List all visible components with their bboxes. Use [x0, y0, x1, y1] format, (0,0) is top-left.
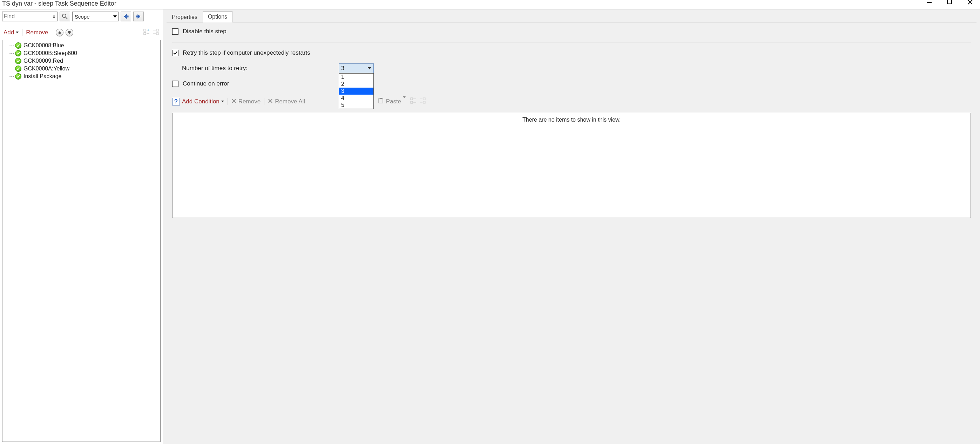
success-icon	[15, 73, 21, 79]
dropdown-option[interactable]: 4	[339, 95, 374, 101]
success-icon	[15, 50, 21, 56]
retry-count-value: 3	[341, 65, 344, 71]
svg-point-0	[62, 14, 66, 17]
svg-rect-15	[423, 101, 425, 103]
chevron-down-icon	[16, 32, 19, 33]
svg-rect-7	[156, 33, 159, 35]
svg-rect-6	[156, 29, 159, 31]
dropdown-option[interactable]: 1	[339, 74, 374, 81]
tab-options[interactable]: Options	[203, 11, 232, 22]
condition-toolbar: ? Add Condition Remove Remove All	[172, 97, 971, 106]
disable-step-label: Disable this step	[183, 28, 226, 35]
scope-dropdown[interactable]: Scope	[72, 11, 119, 21]
separator	[52, 29, 52, 36]
nav-back-button[interactable]	[121, 11, 131, 21]
move-up-button[interactable]	[56, 29, 64, 36]
dropdown-option[interactable]: 5	[339, 101, 374, 109]
svg-rect-11	[380, 98, 382, 99]
remove-button[interactable]: Remove	[26, 29, 48, 36]
expand-tree-icon[interactable]	[143, 29, 150, 36]
find-placeholder: Find	[2, 13, 51, 20]
dropdown-option[interactable]: 2	[339, 81, 374, 87]
help-icon[interactable]: ?	[172, 98, 180, 105]
tree-item[interactable]: GCK00008:Blue	[3, 42, 159, 49]
delete-icon	[231, 98, 236, 105]
chevron-down-icon	[368, 67, 371, 70]
conditions-empty-text: There are no items to show in this view.	[522, 117, 620, 123]
tree-line-icon	[7, 58, 15, 64]
tree-item[interactable]: GCK0000A:Yellow	[3, 65, 159, 73]
titlebar: TS dyn var - sleep Task Sequence Editor	[0, 0, 980, 9]
disable-step-checkbox[interactable]	[172, 29, 178, 35]
tab-bar: Properties Options	[163, 10, 980, 22]
tree-item-label: GCK00009:Red	[24, 58, 63, 64]
retry-checkbox[interactable]	[172, 50, 178, 56]
search-button[interactable]	[60, 11, 70, 21]
remove-condition-button: Remove	[239, 98, 261, 105]
maximize-icon[interactable]	[947, 0, 953, 6]
retry-count-dropdown-list[interactable]: 1 2 3 4 5	[339, 73, 374, 109]
svg-rect-10	[379, 98, 383, 103]
tree-item[interactable]: GCK00009:Red	[3, 57, 159, 65]
success-icon	[15, 58, 21, 64]
window-controls	[927, 0, 978, 6]
divider	[172, 42, 971, 43]
retry-count-label: Number of times to retry:	[182, 65, 248, 72]
separator	[228, 98, 228, 105]
tree-line-icon	[7, 65, 15, 72]
left-panel: Find x Scope Add Remove	[0, 10, 163, 444]
delete-icon	[268, 98, 273, 105]
tree-item-label: Install Package	[24, 73, 62, 79]
paste-icon	[378, 97, 384, 105]
nav-forward-button[interactable]	[133, 11, 144, 21]
svg-rect-13	[410, 101, 413, 103]
svg-line-1	[65, 17, 67, 19]
tree-line-icon	[7, 43, 15, 49]
add-condition-menu[interactable]: Add Condition	[182, 98, 224, 105]
scope-label: Scope	[75, 14, 90, 20]
task-sequence-tree[interactable]: GCK00008:Blue GCK0000B:Sleep600 GCK00009…	[2, 40, 161, 442]
expand-tree-icon	[410, 97, 417, 106]
dropdown-option[interactable]: 3	[339, 87, 374, 95]
tree-line-icon	[7, 73, 15, 79]
continue-on-error-label: Continue on error	[183, 80, 229, 87]
svg-rect-4	[144, 29, 146, 31]
chevron-down-icon	[221, 101, 224, 102]
svg-rect-2	[126, 16, 128, 17]
move-down-button[interactable]	[65, 29, 73, 36]
tree-item[interactable]: GCK0000B:Sleep600	[3, 49, 159, 57]
svg-rect-14	[423, 98, 425, 100]
tree-item-label: GCK0000A:Yellow	[24, 65, 69, 72]
chevron-down-icon	[113, 16, 117, 18]
svg-rect-3	[136, 16, 138, 17]
tree-item[interactable]: Install Package	[3, 73, 159, 80]
paste-menu: Paste	[386, 98, 406, 105]
add-menu[interactable]: Add	[3, 29, 19, 36]
chevron-down-icon	[403, 97, 406, 105]
tree-item-label: GCK00008:Blue	[24, 43, 64, 49]
success-icon	[15, 43, 21, 49]
find-input[interactable]: Find x	[2, 11, 57, 21]
retry-label: Retry this step if computer unexpectedly…	[183, 49, 310, 56]
collapse-tree-icon	[419, 97, 426, 106]
retry-count-dropdown[interactable]: 3 1 2 3 4 5	[339, 63, 374, 73]
close-icon[interactable]	[967, 0, 974, 6]
minimize-icon[interactable]	[927, 0, 933, 6]
right-panel: Properties Options Disable this step Ret…	[163, 10, 980, 444]
window-title: TS dyn var - sleep Task Sequence Editor	[2, 0, 116, 7]
continue-on-error-checkbox[interactable]	[172, 81, 178, 87]
tree-item-label: GCK0000B:Sleep600	[24, 50, 77, 56]
separator	[264, 98, 264, 105]
tab-properties[interactable]: Properties	[167, 11, 203, 22]
remove-all-conditions-button: Remove All	[275, 98, 305, 105]
separator	[22, 29, 22, 36]
find-clear-icon[interactable]: x	[51, 14, 57, 19]
conditions-list[interactable]: There are no items to show in this view.	[172, 113, 971, 218]
svg-rect-12	[410, 98, 413, 100]
success-icon	[15, 65, 21, 72]
svg-rect-5	[144, 33, 146, 35]
tree-line-icon	[7, 50, 15, 56]
collapse-tree-icon[interactable]	[152, 29, 159, 36]
